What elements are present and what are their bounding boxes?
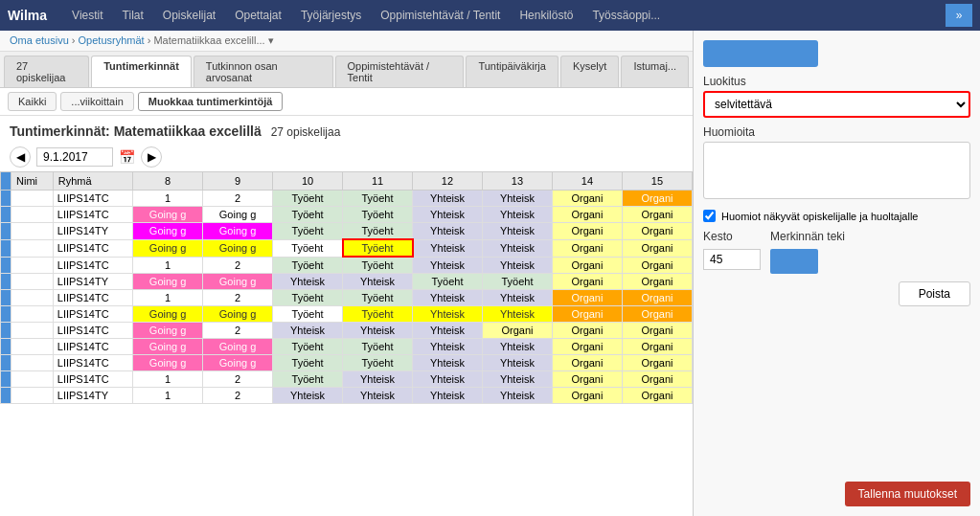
cell-d13[interactable]: Yhteisk: [482, 339, 552, 355]
cell-nimi[interactable]: [11, 371, 54, 388]
cell-nimi[interactable]: [11, 339, 54, 355]
cell-d8[interactable]: 1: [133, 290, 203, 306]
cell-d15[interactable]: Organi: [622, 191, 692, 207]
cell-d11[interactable]: Työeht: [343, 290, 413, 306]
subtab-kaikki[interactable]: Kaikki: [8, 92, 57, 111]
cell-d12[interactable]: Yhteisk: [413, 371, 483, 388]
cell-d11[interactable]: Yhteisk: [343, 323, 413, 339]
cell-d12[interactable]: Yhteisk: [413, 306, 483, 323]
subtab-viikoittain[interactable]: ...viikoittain: [60, 92, 133, 111]
cell-d9[interactable]: Going g: [203, 207, 273, 223]
poista-button[interactable]: Poista: [899, 281, 970, 306]
cell-d11[interactable]: Yhteisk: [343, 388, 413, 404]
cell-d15[interactable]: Organi: [622, 355, 692, 371]
nav-henkilosto[interactable]: Henkilöstö: [510, 0, 582, 31]
breadcrumb-dropdown-icon[interactable]: ▾: [268, 34, 274, 46]
calendar-icon[interactable]: 📅: [119, 149, 135, 165]
cell-d9[interactable]: 2: [203, 371, 273, 388]
cell-d10[interactable]: Yhteisk: [273, 388, 343, 404]
cell-d10[interactable]: Työeht: [273, 339, 343, 355]
cell-nimi[interactable]: [11, 306, 54, 323]
cell-d10[interactable]: Työeht: [273, 306, 343, 323]
cell-d12[interactable]: Yhteisk: [413, 323, 483, 339]
cell-d13[interactable]: Työeht: [482, 274, 552, 290]
cell-d13[interactable]: Yhteisk: [482, 355, 552, 371]
cell-d11[interactable]: Työeht: [343, 355, 413, 371]
cell-nimi[interactable]: [11, 207, 54, 223]
tab-tuntimerkinnat[interactable]: Tuntimerkinnät: [91, 56, 192, 87]
cell-d15[interactable]: Organi: [622, 257, 692, 274]
cell-d8[interactable]: Going g: [133, 339, 203, 355]
cell-d8[interactable]: Going g: [133, 355, 203, 371]
subtab-muokkaa[interactable]: Muokkaa tuntimerkintöjä: [138, 92, 284, 111]
cell-d15[interactable]: Organi: [622, 290, 692, 306]
luokitus-select[interactable]: selvitettävä poissaoleva myöhästynyt: [703, 91, 970, 118]
next-date-button[interactable]: ▶: [141, 146, 162, 168]
cell-d14[interactable]: Organi: [552, 306, 622, 323]
cell-d9[interactable]: Going g: [203, 306, 273, 323]
cell-d15[interactable]: Organi: [622, 371, 692, 388]
tallenna-button[interactable]: Tallenna muutokset: [845, 482, 970, 506]
cell-d8[interactable]: Going g: [133, 239, 203, 257]
cell-d11[interactable]: Työeht: [343, 339, 413, 355]
tab-istuma[interactable]: Istumaj...: [621, 56, 689, 87]
cell-nimi[interactable]: [11, 274, 54, 290]
nav-icon-button[interactable]: »: [946, 4, 972, 27]
cell-nimi[interactable]: [11, 191, 54, 207]
cell-d14[interactable]: Organi: [552, 191, 622, 207]
cell-d9[interactable]: 2: [203, 290, 273, 306]
cell-d13[interactable]: Yhteisk: [482, 191, 552, 207]
cell-d12[interactable]: Yhteisk: [413, 207, 483, 223]
cell-d14[interactable]: Organi: [552, 223, 622, 240]
cell-d8[interactable]: Going g: [133, 306, 203, 323]
cell-d11[interactable]: Työeht: [343, 207, 413, 223]
tab-oppimistehtavat[interactable]: Oppimistehtävät / Tentit: [335, 56, 465, 87]
cell-d12[interactable]: Yhteisk: [413, 223, 483, 240]
cell-nimi[interactable]: [11, 355, 54, 371]
cell-d11[interactable]: Työeht: [343, 191, 413, 207]
nav-tyossaoppi[interactable]: Työssäoppi...: [582, 0, 670, 31]
cell-d12[interactable]: Työeht: [413, 274, 483, 290]
cell-d12[interactable]: Yhteisk: [413, 191, 483, 207]
nav-opettajat[interactable]: Opettajat: [225, 0, 291, 31]
date-input[interactable]: [36, 147, 113, 167]
cell-d14[interactable]: Organi: [552, 339, 622, 355]
cell-d8[interactable]: Going g: [133, 207, 203, 223]
cell-d15[interactable]: Organi: [622, 306, 692, 323]
cell-d13[interactable]: Organi: [482, 323, 552, 339]
cell-d14[interactable]: Organi: [552, 323, 622, 339]
cell-d11[interactable]: Työeht: [343, 223, 413, 240]
cell-nimi[interactable]: [11, 223, 54, 240]
cell-d14[interactable]: Organi: [552, 207, 622, 223]
kesto-input[interactable]: [703, 249, 761, 270]
cell-d9[interactable]: 2: [203, 191, 273, 207]
cell-d10[interactable]: Työeht: [273, 223, 343, 240]
cell-d10[interactable]: Työeht: [273, 239, 343, 257]
cell-d10[interactable]: Yhteisk: [273, 323, 343, 339]
cell-d15[interactable]: Organi: [622, 274, 692, 290]
cell-d11[interactable]: Työeht: [343, 306, 413, 323]
cell-nimi[interactable]: [11, 257, 54, 274]
cell-d13[interactable]: Yhteisk: [482, 223, 552, 240]
cell-nimi[interactable]: [11, 388, 54, 404]
cell-d8[interactable]: Going g: [133, 274, 203, 290]
nav-viestit[interactable]: Viestit: [62, 0, 112, 31]
cell-d12[interactable]: Yhteisk: [413, 239, 483, 257]
cell-d13[interactable]: Yhteisk: [482, 257, 552, 274]
cell-d14[interactable]: Organi: [552, 274, 622, 290]
cell-d9[interactable]: Going g: [203, 339, 273, 355]
nav-tyojarjestys[interactable]: Työjärjestys: [291, 0, 371, 31]
cell-d8[interactable]: 1: [133, 388, 203, 404]
cell-nimi[interactable]: [11, 290, 54, 306]
cell-d14[interactable]: Organi: [552, 371, 622, 388]
cell-nimi[interactable]: [11, 323, 54, 339]
cell-d8[interactable]: Going g: [133, 223, 203, 240]
cell-d10[interactable]: Työeht: [273, 257, 343, 274]
cell-d12[interactable]: Yhteisk: [413, 339, 483, 355]
cell-d10[interactable]: Työeht: [273, 191, 343, 207]
tab-opiskelijaa[interactable]: 27 opiskelijaa: [4, 56, 89, 87]
cell-d9[interactable]: Going g: [203, 355, 273, 371]
cell-d8[interactable]: Going g: [133, 323, 203, 339]
cell-d13[interactable]: Yhteisk: [482, 306, 552, 323]
cell-d9[interactable]: Going g: [203, 223, 273, 240]
